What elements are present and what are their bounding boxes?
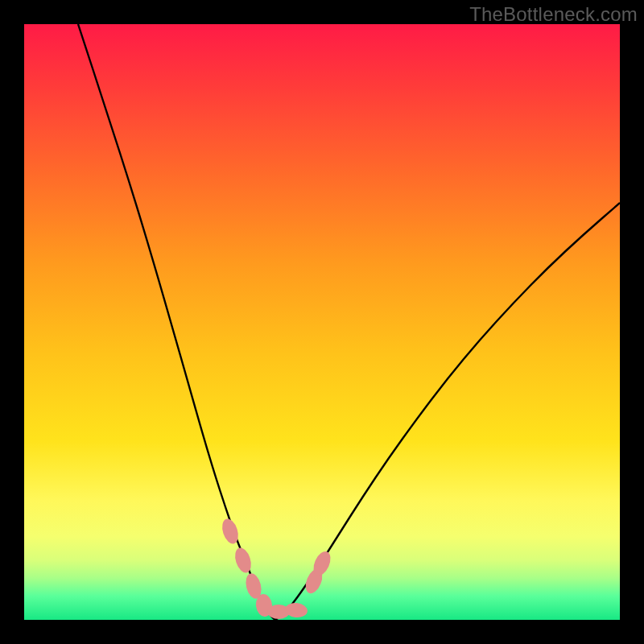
markers-layer — [24, 24, 620, 620]
marker-point — [284, 602, 308, 619]
chart-container: TheBottleneck.com — [0, 0, 644, 644]
watermark-text: TheBottleneck.com — [469, 3, 638, 26]
plot-area — [24, 24, 620, 620]
marker-point — [232, 546, 254, 575]
marker-point — [219, 517, 241, 546]
